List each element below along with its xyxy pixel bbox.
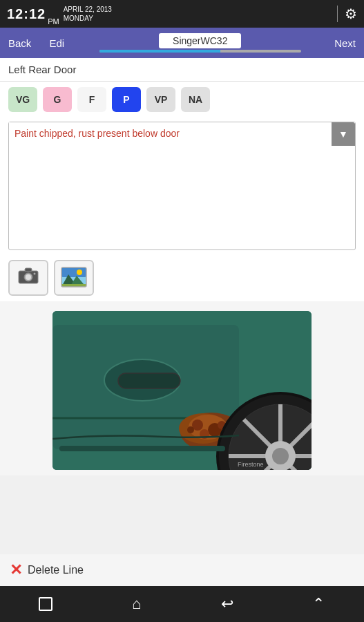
svg-rect-6	[61, 267, 86, 277]
svg-point-33	[272, 448, 289, 464]
android-home-button[interactable]: ⌂	[122, 592, 152, 616]
progress-fill	[99, 50, 220, 53]
recents-icon	[39, 597, 52, 611]
camera-icon	[18, 267, 39, 290]
up-icon: ⌃	[312, 595, 325, 613]
rating-row: VG G F P VP NA	[0, 82, 364, 117]
rating-na[interactable]: NA	[181, 87, 210, 112]
status-divider	[337, 6, 338, 22]
camera-button[interactable]	[8, 260, 48, 296]
spacer	[0, 475, 364, 554]
notes-textarea-wrap: Paint chipped, rust present below door	[8, 122, 356, 250]
content-area: Left Rear Door VG G F P VP NA Paint chip…	[0, 58, 364, 586]
rating-vg[interactable]: VG	[8, 87, 37, 112]
gallery-button[interactable]	[54, 260, 94, 296]
dropdown-arrow[interactable]	[332, 122, 355, 146]
rating-f[interactable]: F	[77, 87, 106, 112]
status-time: 12:12	[7, 6, 46, 22]
notes-input[interactable]: Paint chipped, rust present below door	[9, 122, 355, 247]
svg-point-25	[187, 426, 194, 433]
delete-row[interactable]: ✕ Delete Line	[0, 554, 364, 586]
svg-rect-16	[118, 373, 180, 388]
edit-button[interactable]: Edi	[39, 28, 74, 58]
back-icon: ↩	[221, 595, 233, 613]
gear-icon[interactable]: ⚙	[345, 6, 357, 22]
android-back-button[interactable]: ↩	[212, 592, 242, 616]
back-button[interactable]: Back	[0, 28, 39, 58]
nav-title-bar: SingerWC32	[74, 28, 326, 58]
next-button[interactable]: Next	[326, 28, 364, 58]
rating-p[interactable]: P	[112, 87, 141, 112]
svg-text:Firestone: Firestone	[238, 461, 264, 468]
car-image-area: Firestone	[0, 301, 364, 475]
status-ampm: PM	[48, 17, 59, 28]
svg-point-4	[34, 272, 36, 274]
section-label: Left Rear Door	[0, 58, 364, 82]
progress-bar	[99, 50, 301, 53]
photo-row	[0, 254, 364, 301]
delete-label: Delete Line	[28, 564, 84, 576]
car-image: Firestone	[52, 311, 312, 470]
svg-point-2	[26, 274, 31, 280]
status-bar: 12:12 PM APRIL 22, 2013 MONDAY ⚙	[0, 0, 364, 28]
svg-point-10	[77, 270, 82, 275]
home-icon: ⌂	[132, 595, 141, 613]
android-recents-button[interactable]	[30, 592, 61, 616]
notes-container: Paint chipped, rust present below door	[0, 117, 364, 254]
svg-rect-3	[25, 268, 32, 272]
delete-icon: ✕	[10, 563, 22, 578]
svg-rect-36	[59, 446, 225, 451]
username-label: SingerWC32	[159, 33, 241, 48]
android-up-button[interactable]: ⌃	[303, 592, 334, 616]
status-date: APRIL 22, 2013 MONDAY	[64, 5, 112, 23]
top-nav: Back Edi SingerWC32 Next	[0, 28, 364, 58]
gallery-icon	[56, 262, 92, 294]
android-nav-bar: ⌂ ↩ ⌃	[0, 586, 364, 622]
rating-g[interactable]: G	[43, 87, 72, 112]
rating-vp[interactable]: VP	[146, 87, 175, 112]
